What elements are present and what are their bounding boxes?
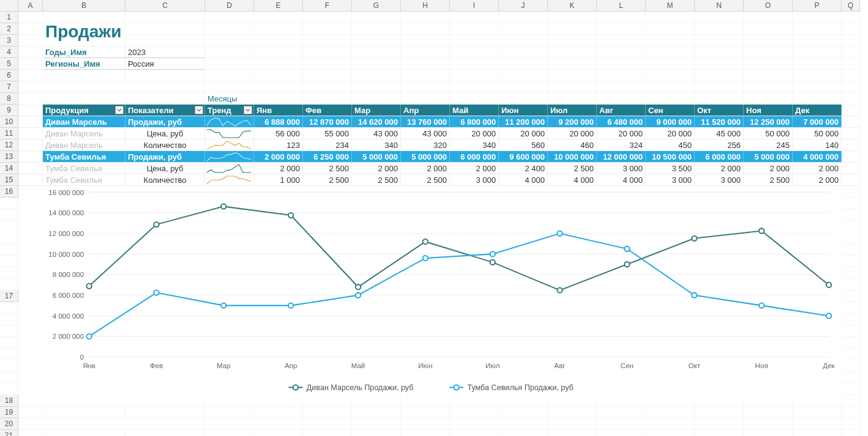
cell[interactable] bbox=[125, 12, 205, 23]
data-cell[interactable]: 140 bbox=[793, 139, 842, 151]
cell[interactable] bbox=[793, 46, 842, 58]
data-cell[interactable]: 6 250 000 bbox=[303, 151, 352, 163]
data-cell[interactable]: 5 000 000 bbox=[744, 151, 793, 163]
cell[interactable] bbox=[646, 12, 695, 23]
cell[interactable] bbox=[254, 23, 303, 35]
cell[interactable] bbox=[352, 407, 401, 418]
cell[interactable] bbox=[401, 430, 450, 436]
cell[interactable] bbox=[0, 360, 18, 372]
cell[interactable] bbox=[499, 430, 548, 436]
cell[interactable] bbox=[205, 58, 254, 70]
cell[interactable] bbox=[548, 35, 597, 46]
data-cell[interactable]: 560 bbox=[499, 139, 548, 151]
cell[interactable] bbox=[18, 395, 43, 407]
cell[interactable] bbox=[842, 81, 860, 93]
cell[interactable] bbox=[303, 418, 352, 430]
cell[interactable] bbox=[548, 418, 597, 430]
cell[interactable] bbox=[352, 23, 401, 35]
cell[interactable] bbox=[548, 70, 597, 81]
cell[interactable] bbox=[597, 407, 646, 418]
header-product[interactable]: Продукция bbox=[43, 105, 125, 116]
data-cell[interactable]: 14 620 000 bbox=[352, 116, 401, 128]
cell[interactable] bbox=[18, 116, 43, 128]
data-cell[interactable]: 9 600 000 bbox=[499, 151, 548, 163]
col-header-E[interactable]: E bbox=[254, 0, 303, 12]
data-cell[interactable]: 50 000 bbox=[744, 128, 793, 139]
data-cell[interactable]: 3 000 bbox=[597, 163, 646, 174]
col-header-C[interactable]: C bbox=[125, 0, 205, 12]
cell[interactable] bbox=[499, 81, 548, 93]
col-header-O[interactable]: O bbox=[744, 0, 793, 12]
data-cell[interactable]: 10 500 000 bbox=[646, 151, 695, 163]
data-cell[interactable]: 2 500 bbox=[401, 174, 450, 186]
cell[interactable] bbox=[205, 23, 254, 35]
cell[interactable] bbox=[254, 58, 303, 70]
cell[interactable] bbox=[0, 209, 18, 221]
row-header-14[interactable]: 14 bbox=[0, 163, 18, 174]
cell[interactable] bbox=[744, 35, 793, 46]
cell[interactable] bbox=[254, 430, 303, 436]
cell[interactable] bbox=[842, 407, 860, 418]
row-header-6[interactable]: 6 bbox=[0, 70, 18, 81]
row-header-12[interactable]: 12 bbox=[0, 139, 18, 151]
cell[interactable] bbox=[499, 46, 548, 58]
cell[interactable] bbox=[450, 81, 499, 93]
cell[interactable] bbox=[0, 279, 18, 290]
cell[interactable] bbox=[597, 35, 646, 46]
data-cell[interactable]: 2 000 bbox=[401, 163, 450, 174]
cell[interactable] bbox=[401, 23, 450, 35]
cell[interactable] bbox=[401, 35, 450, 46]
data-cell[interactable]: 43 000 bbox=[352, 128, 401, 139]
cell[interactable] bbox=[18, 58, 43, 70]
cell[interactable] bbox=[0, 349, 18, 360]
cell[interactable] bbox=[18, 151, 43, 163]
metric-cell[interactable]: Количество bbox=[125, 139, 205, 151]
cell[interactable] bbox=[548, 407, 597, 418]
row-header-21[interactable]: 21 bbox=[0, 430, 18, 436]
data-cell[interactable]: 2 000 bbox=[352, 163, 401, 174]
data-cell[interactable]: 12 870 000 bbox=[303, 116, 352, 128]
cell[interactable] bbox=[744, 407, 793, 418]
header-month-11[interactable]: Дек bbox=[793, 105, 842, 116]
cell[interactable] bbox=[842, 221, 860, 232]
cell[interactable] bbox=[842, 116, 860, 128]
cell[interactable] bbox=[401, 93, 450, 105]
sales-line-chart[interactable]: 02 000 0004 000 0006 000 0008 000 00010 … bbox=[18, 186, 842, 395]
header-month-4[interactable]: Май bbox=[450, 105, 499, 116]
cell[interactable] bbox=[842, 46, 860, 58]
data-cell[interactable]: 2 000 bbox=[793, 174, 842, 186]
cell[interactable] bbox=[43, 70, 125, 81]
cell[interactable] bbox=[646, 35, 695, 46]
data-cell[interactable]: 45 000 bbox=[695, 128, 744, 139]
cell[interactable] bbox=[597, 418, 646, 430]
cell[interactable] bbox=[842, 58, 860, 70]
cell[interactable] bbox=[842, 35, 860, 46]
col-header-B[interactable]: B bbox=[43, 0, 125, 12]
cell[interactable] bbox=[303, 23, 352, 35]
cell[interactable] bbox=[499, 395, 548, 407]
cell[interactable] bbox=[254, 46, 303, 58]
cell[interactable] bbox=[646, 46, 695, 58]
cell[interactable] bbox=[352, 58, 401, 70]
cell[interactable] bbox=[842, 128, 860, 139]
col-header-A[interactable]: A bbox=[18, 0, 43, 12]
cell[interactable] bbox=[0, 383, 18, 395]
cell[interactable] bbox=[548, 58, 597, 70]
col-header-D[interactable]: D bbox=[205, 0, 254, 12]
data-cell[interactable]: 20 000 bbox=[450, 128, 499, 139]
cell[interactable] bbox=[646, 58, 695, 70]
cell[interactable] bbox=[352, 395, 401, 407]
row-header-5[interactable]: 5 bbox=[0, 58, 18, 70]
cell[interactable] bbox=[0, 314, 18, 325]
filter-dropdown-icon[interactable] bbox=[115, 106, 124, 114]
cell[interactable] bbox=[401, 418, 450, 430]
row-header-20[interactable]: 20 bbox=[0, 418, 18, 430]
data-cell[interactable]: 12 000 000 bbox=[597, 151, 646, 163]
cell[interactable] bbox=[18, 23, 43, 35]
cell[interactable] bbox=[450, 23, 499, 35]
header-month-9[interactable]: Окт bbox=[695, 105, 744, 116]
data-cell[interactable]: 245 bbox=[744, 139, 793, 151]
data-cell[interactable]: 50 000 bbox=[793, 128, 842, 139]
data-cell[interactable]: 12 250 000 bbox=[744, 116, 793, 128]
cell[interactable] bbox=[401, 81, 450, 93]
